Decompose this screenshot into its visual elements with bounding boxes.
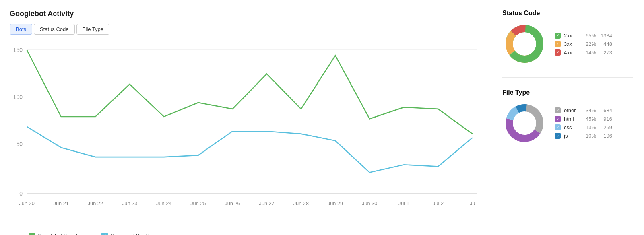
status-3xx-count: 448: [599, 41, 612, 47]
filetype-other-row: ✓ other 34% 684: [555, 107, 612, 113]
filetype-js-label: js: [564, 133, 578, 139]
status-2xx-checkbox: ✓: [555, 33, 561, 39]
legend-desktop-label: Googlebot Desktop: [110, 233, 155, 235]
status-code-donut: [502, 22, 547, 66]
file-type-section: File Type ✓: [502, 89, 633, 145]
filetype-js-count: 196: [599, 133, 612, 139]
filetype-html-count: 916: [599, 116, 612, 122]
file-type-legend: ✓ other 34% 684 ✓ html 45% 916 ✓ css 13%…: [555, 107, 612, 139]
status-4xx-count: 273: [599, 49, 612, 56]
legend-desktop-checkbox: ✓: [101, 233, 108, 235]
legend-desktop: ✓ Googlebot Desktop: [101, 233, 155, 235]
file-type-title: File Type: [502, 89, 633, 96]
file-type-donut-svg: [502, 101, 547, 145]
svg-text:Jun 29: Jun 29: [328, 200, 343, 206]
page-title: Googlebot Activity: [10, 10, 481, 18]
status-code-title: Status Code: [502, 10, 633, 17]
filetype-js-pct: 10%: [582, 133, 596, 139]
filetype-other-count: 684: [599, 107, 612, 113]
svg-text:Jul 2: Jul 2: [433, 200, 444, 206]
tab-bar: Bots Status Code File Type: [10, 24, 481, 35]
tab-bots[interactable]: Bots: [10, 24, 32, 35]
status-3xx-row: ✓ 3xx 22% 448: [555, 41, 612, 47]
legend-smartphone-checkbox: ✓: [29, 233, 35, 235]
status-2xx-pct: 65%: [582, 33, 596, 39]
filetype-other-checkbox: ✓: [555, 107, 561, 113]
status-code-donut-svg: [502, 22, 547, 66]
filetype-css-label: css: [564, 124, 578, 130]
status-3xx-checkbox: ✓: [555, 41, 561, 47]
svg-text:Jun 30: Jun 30: [362, 200, 377, 206]
status-4xx-checkbox: ✓: [555, 49, 561, 56]
svg-text:100: 100: [13, 94, 23, 100]
legend-smartphone: ✓ Googlebot Smartphone: [29, 233, 92, 235]
status-code-section: Status Code: [502, 10, 633, 66]
svg-text:Jun 24: Jun 24: [156, 200, 171, 206]
svg-text:Jun 26: Jun 26: [225, 200, 240, 206]
right-panel: Status Code: [491, 0, 644, 235]
svg-text:0: 0: [19, 190, 23, 197]
status-2xx-row: ✓ 2xx 65% 1334: [555, 33, 612, 39]
svg-text:50: 50: [17, 141, 23, 147]
filetype-html-pct: 45%: [582, 116, 596, 122]
filetype-other-label: other: [564, 107, 578, 113]
tab-status-code[interactable]: Status Code: [34, 24, 75, 35]
line-chart: 150 100 50 0 Jun 20 Jun 21 Jun 22 Jun 23…: [10, 43, 481, 229]
file-type-donut: [502, 101, 547, 145]
filetype-html-checkbox: ✓: [555, 116, 561, 122]
svg-text:Jun 23: Jun 23: [122, 200, 137, 206]
svg-text:150: 150: [13, 47, 23, 53]
svg-point-32: [514, 112, 535, 134]
status-3xx-label: 3xx: [564, 41, 578, 47]
main-panel: Googlebot Activity Bots Status Code File…: [0, 0, 491, 235]
svg-text:Jul 1: Jul 1: [398, 200, 409, 206]
status-4xx-pct: 14%: [582, 49, 596, 56]
svg-point-27: [514, 33, 535, 55]
svg-text:Jun 20: Jun 20: [19, 200, 34, 206]
filetype-js-row: ✓ js 10% 196: [555, 133, 612, 139]
file-type-donut-section: ✓ other 34% 684 ✓ html 45% 916 ✓ css 13%…: [502, 101, 633, 145]
svg-text:Jun 27: Jun 27: [259, 200, 275, 206]
filetype-css-pct: 13%: [582, 124, 596, 130]
chart-area: 150 100 50 0 Jun 20 Jun 21 Jun 22 Jun 23…: [10, 43, 481, 229]
filetype-html-label: html: [564, 116, 578, 122]
status-2xx-count: 1334: [599, 33, 612, 39]
svg-text:Jun 28: Jun 28: [293, 200, 309, 206]
status-code-legend: ✓ 2xx 65% 1334 ✓ 3xx 22% 448 ✓ 4xx 14% 2…: [555, 33, 612, 56]
filetype-js-checkbox: ✓: [555, 133, 561, 139]
svg-text:Jun 25: Jun 25: [190, 200, 206, 206]
status-4xx-row: ✓ 4xx 14% 273: [555, 49, 612, 56]
section-divider: [502, 77, 633, 78]
status-3xx-pct: 22%: [582, 41, 596, 47]
status-code-donut-section: ✓ 2xx 65% 1334 ✓ 3xx 22% 448 ✓ 4xx 14% 2…: [502, 22, 633, 66]
filetype-html-row: ✓ html 45% 916: [555, 116, 612, 122]
filetype-css-row: ✓ css 13% 259: [555, 124, 612, 130]
svg-text:Jun 21: Jun 21: [54, 200, 69, 206]
svg-text:Jun 22: Jun 22: [88, 200, 103, 206]
status-4xx-label: 4xx: [564, 49, 578, 56]
filetype-css-checkbox: ✓: [555, 124, 561, 130]
filetype-css-count: 259: [599, 124, 612, 130]
chart-legend: ✓ Googlebot Smartphone ✓ Googlebot Deskt…: [10, 233, 481, 235]
status-2xx-label: 2xx: [564, 33, 578, 39]
svg-text:Ju: Ju: [470, 200, 475, 206]
filetype-other-pct: 34%: [582, 107, 596, 113]
legend-smartphone-label: Googlebot Smartphone: [38, 233, 92, 235]
tab-file-type[interactable]: File Type: [76, 24, 110, 35]
